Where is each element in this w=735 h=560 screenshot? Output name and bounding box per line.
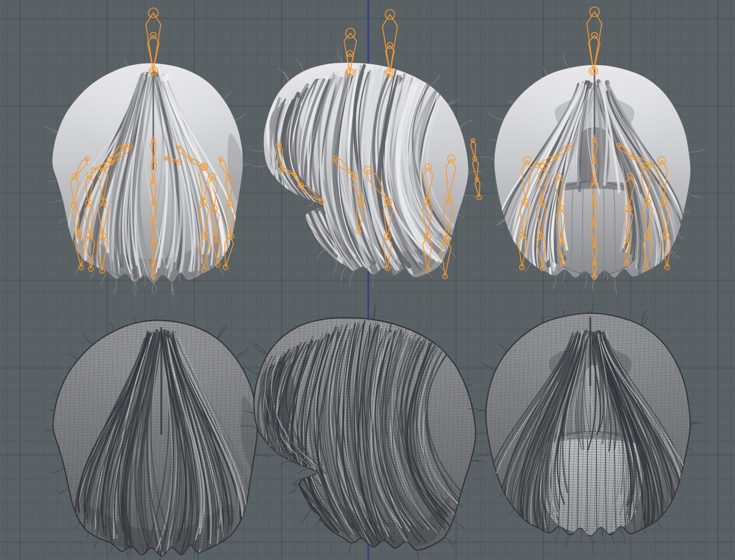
hair-wisp bbox=[144, 276, 145, 287]
hair-wisp bbox=[580, 527, 582, 538]
hair-wisp bbox=[467, 384, 472, 388]
hair-wisp bbox=[243, 164, 249, 166]
hair-wisp bbox=[235, 114, 246, 120]
hair-detail bbox=[485, 310, 692, 541]
hair-wisp bbox=[563, 309, 564, 316]
hair-wisp bbox=[543, 67, 548, 75]
hair-wisp bbox=[590, 536, 593, 551]
hair-wisp bbox=[564, 53, 569, 68]
hair-wisp bbox=[499, 344, 506, 353]
hair-wisp bbox=[318, 250, 326, 260]
hair-wisp bbox=[223, 91, 231, 99]
hair-wisp bbox=[316, 520, 321, 527]
hair-wisp bbox=[217, 326, 224, 339]
hair-wisp bbox=[482, 363, 495, 371]
hair-wisp bbox=[476, 454, 491, 457]
hair-wisp bbox=[301, 508, 311, 523]
hair-wisp bbox=[125, 58, 128, 66]
hair-wisp bbox=[459, 501, 463, 507]
scene-canvas bbox=[0, 0, 735, 560]
hair-wisp bbox=[154, 283, 157, 292]
hair-wisp bbox=[585, 271, 587, 288]
hair-wisp bbox=[509, 99, 514, 103]
hair-wisp bbox=[58, 220, 67, 224]
hair-wisp bbox=[509, 508, 514, 515]
hair-wisp bbox=[460, 121, 473, 129]
hair-wisp bbox=[604, 270, 605, 277]
hair-wisp bbox=[236, 347, 248, 359]
hair-wisp bbox=[611, 535, 614, 545]
hair-wisp bbox=[614, 278, 617, 294]
hair-wisp bbox=[71, 353, 79, 359]
hair-wisp bbox=[307, 201, 314, 207]
hair-wisp bbox=[373, 275, 374, 286]
hair-wisp bbox=[49, 410, 54, 411]
hair-wisp bbox=[44, 126, 58, 131]
hair-wisp bbox=[298, 468, 309, 473]
hair-wisp bbox=[249, 149, 264, 151]
hair-wisp bbox=[670, 250, 675, 257]
hair-wisp bbox=[49, 181, 57, 182]
hair-wisp bbox=[687, 446, 692, 450]
hair-wisp bbox=[566, 535, 570, 548]
hair-wisp bbox=[110, 543, 112, 553]
hair-wisp bbox=[247, 369, 259, 375]
hair-wisp bbox=[83, 333, 93, 345]
hair-wisp bbox=[152, 283, 154, 294]
hair-back-view-wireframe[interactable] bbox=[46, 316, 271, 560]
hair-front-view-wireframe[interactable] bbox=[468, 303, 702, 551]
hair-wisp bbox=[58, 488, 69, 494]
bone bbox=[472, 159, 478, 180]
hair-wisp bbox=[644, 528, 647, 534]
hair-wisp bbox=[552, 276, 556, 289]
hair-wisp bbox=[282, 72, 288, 81]
hair-wisp bbox=[444, 537, 455, 549]
hair-wisp bbox=[556, 526, 559, 539]
hair-wisp bbox=[529, 263, 531, 267]
hair-wisp bbox=[198, 553, 200, 560]
hair-wisp bbox=[252, 166, 267, 167]
hair-wisp bbox=[93, 538, 99, 549]
hair-side-view-wireframe[interactable] bbox=[240, 304, 489, 560]
hair-wisp bbox=[562, 270, 565, 283]
hair-wisp bbox=[590, 303, 593, 313]
hair-wisp bbox=[498, 493, 504, 497]
hair-detail bbox=[53, 316, 258, 557]
hair-wisp bbox=[678, 232, 684, 238]
hair-wisp bbox=[496, 220, 505, 225]
hair-wisp bbox=[113, 279, 116, 294]
hair-wisp bbox=[110, 323, 113, 332]
hair-wisp bbox=[658, 519, 662, 527]
hair-wisp bbox=[85, 531, 88, 537]
hair-wisp bbox=[689, 150, 706, 152]
hair-wisp bbox=[458, 214, 464, 217]
hair-wisp bbox=[488, 113, 503, 120]
armature-bone-chain[interactable] bbox=[471, 139, 481, 200]
mesh-overlay bbox=[254, 318, 475, 550]
hair-wisp bbox=[133, 282, 135, 293]
bone bbox=[471, 141, 476, 159]
hair-wisp bbox=[453, 520, 465, 531]
mesh-overlay bbox=[53, 320, 257, 556]
hair-wisp bbox=[684, 212, 690, 214]
hair-wisp bbox=[134, 317, 135, 323]
hair-wisp bbox=[135, 282, 136, 296]
bone bbox=[382, 14, 397, 73]
hair-wisp bbox=[690, 423, 702, 425]
hair-wisp bbox=[688, 192, 701, 197]
hair-wisp bbox=[254, 454, 270, 457]
hair-wisp bbox=[341, 266, 346, 282]
hair-wisp bbox=[281, 462, 293, 465]
hair-wisp bbox=[350, 271, 354, 286]
hair-wisp bbox=[464, 195, 476, 198]
hair-wisp bbox=[50, 467, 64, 473]
hair-wisp bbox=[254, 345, 268, 354]
hair-wisp bbox=[179, 273, 182, 282]
hair-wisp bbox=[350, 543, 352, 553]
hair-wisp bbox=[159, 556, 162, 560]
hair-wisp bbox=[54, 200, 62, 203]
hair-wisp bbox=[480, 157, 494, 160]
3d-viewport[interactable] bbox=[0, 0, 735, 560]
hair-wisp bbox=[74, 521, 80, 528]
hair-wisp bbox=[278, 68, 288, 81]
